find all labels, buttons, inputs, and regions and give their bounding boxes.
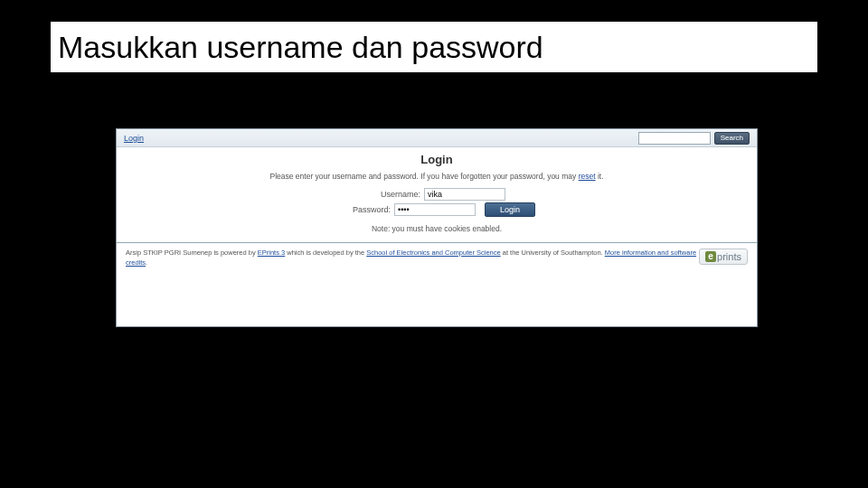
eprints-logo-text: prints bbox=[717, 251, 741, 262]
login-heading: Login bbox=[126, 153, 748, 166]
instruction-pre: Please enter your username and password.… bbox=[269, 172, 578, 181]
search-input[interactable] bbox=[638, 132, 711, 145]
username-row: Username: bbox=[126, 188, 748, 201]
password-row: Password: Login bbox=[126, 202, 748, 217]
login-button[interactable]: Login bbox=[485, 202, 535, 217]
username-label: Username: bbox=[368, 190, 420, 199]
login-screenshot: Login Search Login Please enter your use… bbox=[116, 128, 758, 327]
password-label: Password: bbox=[338, 205, 391, 214]
footer-seg-3: at the University of Southampton. bbox=[501, 249, 605, 257]
eprints-logo-badge: e bbox=[705, 251, 716, 262]
footer-seg-1: Arsip STKIP PGRI Sumenep is powered by bbox=[126, 249, 258, 257]
footer-link-eprints[interactable]: EPrints 3 bbox=[258, 249, 285, 257]
eprints-logo[interactable]: eprints bbox=[699, 249, 748, 265]
slide-title-bar: Masukkan username dan password bbox=[51, 22, 817, 72]
login-instruction: Please enter your username and password.… bbox=[126, 172, 748, 181]
top-bar: Login Search bbox=[117, 129, 757, 147]
page-footer: Arsip STKIP PGRI Sumenep is powered by E… bbox=[117, 243, 757, 273]
search-button[interactable]: Search bbox=[714, 132, 750, 145]
reset-link[interactable]: reset bbox=[579, 172, 596, 181]
password-field[interactable] bbox=[394, 203, 476, 216]
slide-title: Masukkan username dan password bbox=[58, 30, 543, 65]
login-link[interactable]: Login bbox=[124, 134, 144, 143]
footer-text: Arsip STKIP PGRI Sumenep is powered by E… bbox=[126, 249, 699, 267]
username-field[interactable] bbox=[424, 188, 505, 201]
cookies-note: Note: you must have cookies enabled. bbox=[126, 224, 748, 233]
instruction-post: it. bbox=[596, 172, 604, 181]
login-panel: Login Please enter your username and pas… bbox=[117, 147, 757, 243]
footer-seg-2: which is developed by the bbox=[285, 249, 366, 257]
footer-seg-4: . bbox=[146, 258, 147, 267]
footer-link-ecs[interactable]: School of Electronics and Computer Scien… bbox=[366, 249, 500, 257]
